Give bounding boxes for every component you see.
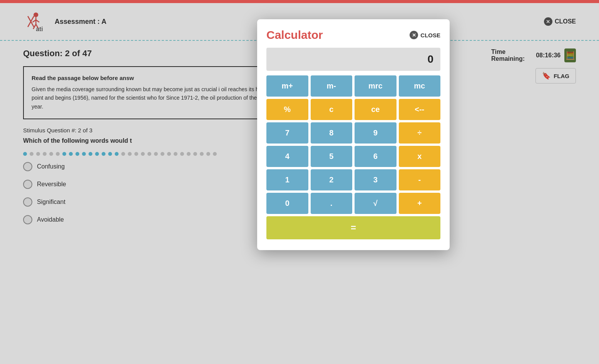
calc-btn-3[interactable]: 3 [355, 169, 397, 190]
calc-btn-c[interactable]: c [311, 99, 353, 120]
calc-btn-9[interactable]: 9 [355, 122, 397, 144]
calc-close-circle-icon: ✕ [410, 31, 418, 39]
calc-btn-8[interactable]: 8 [311, 122, 353, 144]
calc-btn-7[interactable]: 7 [266, 122, 308, 144]
calc-btn-divide[interactable]: ÷ [399, 122, 441, 144]
calculator-title: Calculator [266, 28, 323, 42]
calc-btn-mrc[interactable]: mrc [355, 75, 397, 97]
calc-btn-2[interactable]: 2 [311, 169, 353, 190]
calc-btn-backspace[interactable]: <-- [399, 99, 441, 120]
calc-btn-m-plus[interactable]: m+ [266, 75, 308, 97]
calc-btn-equals[interactable]: = [266, 216, 440, 239]
calc-btn-1[interactable]: 1 [266, 169, 308, 190]
calculator-display: 0 [266, 48, 440, 71]
calc-btn-4[interactable]: 4 [266, 146, 308, 167]
calc-btn-sqrt[interactable]: √ [355, 193, 397, 214]
calculator-header: Calculator ✕ CLOSE [266, 28, 440, 42]
top-bar [0, 0, 599, 3]
calculator-display-value: 0 [427, 53, 433, 65]
calc-btn-m-minus[interactable]: m- [311, 75, 353, 97]
calc-btn-0[interactable]: 0 [266, 193, 308, 214]
calc-close-label: CLOSE [420, 32, 440, 38]
calc-btn-subtract[interactable]: - [399, 169, 441, 190]
calc-btn-add[interactable]: + [399, 193, 441, 214]
calculator-grid: m+ m- mrc mc % c ce <-- 7 8 9 ÷ 4 5 6 x … [266, 75, 440, 239]
calc-btn-mc[interactable]: mc [399, 75, 441, 97]
calc-btn-percent[interactable]: % [266, 99, 308, 120]
calculator-close-button[interactable]: ✕ CLOSE [410, 31, 440, 39]
calc-btn-multiply[interactable]: x [399, 146, 441, 167]
calculator-modal: Calculator ✕ CLOSE 0 m+ m- mrc mc % c ce… [257, 19, 450, 250]
calc-btn-6[interactable]: 6 [355, 146, 397, 167]
calc-btn-decimal[interactable]: . [311, 193, 353, 214]
calc-btn-5[interactable]: 5 [311, 146, 353, 167]
calc-btn-ce[interactable]: ce [355, 99, 397, 120]
